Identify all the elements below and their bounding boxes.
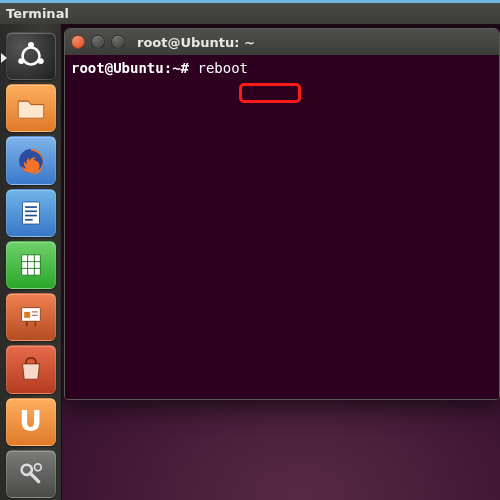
document-icon — [14, 196, 48, 230]
svg-point-22 — [34, 464, 41, 471]
window-titlebar[interactable]: root@Ubuntu: ~ — [65, 29, 499, 55]
folder-icon — [14, 91, 48, 125]
window-minimize-button[interactable] — [91, 35, 105, 49]
shopping-bag-icon — [14, 352, 48, 386]
launcher-impress[interactable] — [6, 293, 56, 341]
launcher-firefox[interactable] — [6, 136, 56, 184]
terminal-body[interactable]: root@Ubuntu:~# reboot — [65, 55, 499, 399]
annotation-highlight — [239, 83, 301, 103]
launcher-files[interactable] — [6, 84, 56, 132]
svg-point-3 — [37, 58, 43, 64]
launcher-software-center[interactable] — [6, 345, 56, 393]
window-close-button[interactable] — [71, 35, 85, 49]
launcher-system-settings[interactable] — [6, 450, 56, 498]
running-indicator-icon — [1, 53, 7, 63]
ubuntu-logo-icon — [14, 39, 48, 73]
ubuntu-one-icon: U — [19, 408, 42, 436]
svg-point-1 — [28, 42, 34, 48]
terminal-window: root@Ubuntu: ~ root@Ubuntu:~# reboot — [64, 28, 500, 400]
svg-point-0 — [22, 48, 39, 65]
launcher-writer[interactable] — [6, 189, 56, 237]
window-maximize-button[interactable] — [111, 35, 125, 49]
presentation-icon — [14, 300, 48, 334]
window-title: root@Ubuntu: ~ — [137, 35, 255, 50]
top-menubar: Terminal — [0, 0, 500, 24]
svg-point-2 — [18, 58, 24, 64]
unity-launcher: U — [0, 24, 62, 500]
svg-rect-16 — [24, 312, 30, 318]
wrench-gear-icon — [14, 457, 48, 491]
launcher-dash-home[interactable] — [6, 32, 56, 80]
svg-rect-10 — [21, 255, 40, 275]
spreadsheet-icon — [14, 248, 48, 282]
svg-rect-5 — [22, 202, 39, 224]
launcher-calc[interactable] — [6, 241, 56, 289]
shell-command: reboot — [197, 60, 248, 76]
shell-prompt: root@Ubuntu:~# — [71, 60, 189, 76]
firefox-icon — [14, 144, 48, 178]
active-app-title: Terminal — [6, 6, 69, 21]
launcher-ubuntu-one[interactable]: U — [6, 398, 56, 446]
